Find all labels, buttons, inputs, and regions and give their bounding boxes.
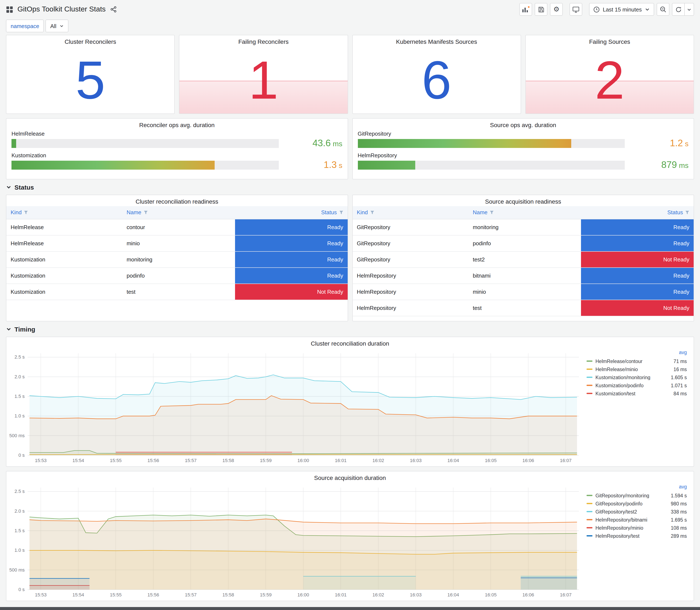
stat-panel-kubernetes-manifests-sources: Kubernetes Manifests Sources 6 <box>352 35 521 114</box>
svg-text:2.0 s: 2.0 s <box>14 374 25 380</box>
legend-series-name: GitRepository/test2 <box>596 509 667 514</box>
table-row: GitRepository test2 Not Ready <box>353 251 694 267</box>
svg-text:1.0 s: 1.0 s <box>14 547 25 553</box>
gauge-panel-source-ops: Source ops avg. duration GitRepository 1… <box>352 118 694 179</box>
zoom-out-button[interactable] <box>657 3 669 16</box>
filter-icon[interactable] <box>490 210 494 215</box>
legend-avg-header[interactable]: avg <box>587 350 687 357</box>
panel-title[interactable]: Source ops avg. duration <box>353 118 694 130</box>
panel-title[interactable]: Cluster reconciliation readiness <box>6 195 347 206</box>
cell-name: minio <box>123 235 235 251</box>
panel-title[interactable]: Cluster Reconcilers <box>6 35 175 46</box>
svg-text:16:02: 16:02 <box>372 592 384 597</box>
svg-text:16:06: 16:06 <box>522 458 534 463</box>
dashboard-settings-button[interactable]: ⚙ <box>550 3 563 16</box>
stat-value: 6 <box>353 46 521 113</box>
legend-avg-value: 1.071 s <box>671 383 687 388</box>
legend-item[interactable]: GitRepository/podinfo 980 ms <box>587 499 687 508</box>
svg-text:15:54: 15:54 <box>72 458 84 463</box>
legend-item[interactable]: HelmRepository/test 289 ms <box>587 532 687 540</box>
refresh-button[interactable] <box>672 3 685 16</box>
panel-title[interactable]: Failing Sources <box>526 35 694 46</box>
cycle-view-mode-button[interactable] <box>570 3 582 16</box>
filter-icon[interactable] <box>339 210 343 215</box>
variable-value-dropdown[interactable]: All <box>46 19 68 32</box>
legend-item[interactable]: HelmRelease/minio 16 ms <box>587 365 687 373</box>
filter-icon[interactable] <box>685 210 689 215</box>
cell-status: Ready <box>235 235 347 251</box>
legend-avg-value: 289 ms <box>671 533 687 539</box>
column-header-status[interactable]: Status <box>235 206 347 219</box>
cell-status: Ready <box>235 267 347 284</box>
bottom-scrollbar[interactable] <box>0 607 700 610</box>
legend-avg-value: 84 ms <box>673 391 687 396</box>
svg-text:16:00: 16:00 <box>297 592 309 597</box>
filter-icon[interactable] <box>24 210 28 215</box>
series-color-dash <box>587 360 592 362</box>
column-header-kind[interactable]: Kind <box>6 206 123 219</box>
legend-item[interactable]: GitRepository/monitoring 1.594 s <box>587 492 687 499</box>
refresh-interval-dropdown[interactable] <box>685 3 694 16</box>
column-header-kind[interactable]: Kind <box>353 206 469 219</box>
svg-text:15:55: 15:55 <box>110 592 121 597</box>
panel-title[interactable]: Source acquisition readiness <box>353 195 694 206</box>
column-header-name[interactable]: Name <box>469 206 581 219</box>
legend-item[interactable]: HelmRepository/minio 108 ms <box>587 524 687 532</box>
cell-name: monitoring <box>123 251 235 267</box>
column-header-name[interactable]: Name <box>123 206 235 219</box>
legend-item[interactable]: HelmRepository/bitnami 1.695 s <box>587 516 687 524</box>
time-range-picker[interactable]: Last 15 minutes <box>589 3 654 16</box>
legend-item[interactable]: Kustomization/test 84 ms <box>587 389 687 398</box>
legend-item[interactable]: GitRepository/test2 338 ms <box>587 508 687 516</box>
gauge-value: 43.6 ms <box>279 139 342 148</box>
cell-name: contour <box>123 219 235 235</box>
svg-text:16:05: 16:05 <box>485 458 496 463</box>
timeseries-plot-area[interactable]: 15:5315:5415:5515:5615:5715:5815:5916:00… <box>8 483 582 599</box>
gauge-row: HelmRelease 43.6 ms <box>12 130 342 148</box>
cell-status: Ready <box>581 284 694 300</box>
filter-icon[interactable] <box>144 210 148 215</box>
series-color-dash <box>587 527 592 528</box>
zoom-out-icon <box>660 6 666 13</box>
legend-avg-value: 1.605 s <box>671 375 687 380</box>
dashboard: GitOps Toolkit Cluster Stats ⚙ Last 15 m… <box>0 0 700 610</box>
column-header-status[interactable]: Status <box>581 206 694 219</box>
apps-grid-icon[interactable] <box>6 6 13 13</box>
legend-item[interactable]: Kustomization/podinfo 1.071 s <box>587 381 687 389</box>
section-row-status[interactable]: Status <box>6 179 694 195</box>
timeseries-plot[interactable]: 15:5315:5415:5515:5615:5715:5815:5916:00… <box>8 349 582 465</box>
legend-item[interactable]: Kustomization/monitoring 1.605 s <box>587 373 687 381</box>
legend-item[interactable]: HelmRelease/contour 71 ms <box>587 357 687 365</box>
table-row: Kustomization test Not Ready <box>6 284 347 300</box>
filter-icon[interactable] <box>370 210 374 215</box>
monitor-icon <box>572 6 579 13</box>
cell-kind: HelmRepository <box>353 284 469 300</box>
panel-title[interactable]: Kubernetes Manifests Sources <box>353 35 521 46</box>
save-dashboard-button[interactable] <box>535 3 548 16</box>
gauge-fill <box>12 139 16 148</box>
gauge-fill <box>12 161 214 170</box>
section-title: Status <box>14 183 34 191</box>
gauge-label: HelmRelease <box>12 130 342 137</box>
legend-avg-header[interactable]: avg <box>587 484 687 492</box>
panel-title[interactable]: Source acquisition duration <box>6 471 694 482</box>
panel-title[interactable]: Reconciler ops avg. duration <box>6 118 347 130</box>
svg-text:1.0 s: 1.0 s <box>14 413 25 418</box>
chevron-down-icon <box>6 184 12 190</box>
panel-title[interactable]: Failing Reconcilers <box>180 35 348 46</box>
legend-avg-value: 16 ms <box>673 367 687 372</box>
timeseries-plot-area[interactable]: 15:5315:5415:5515:5615:5715:5815:5916:00… <box>8 349 582 465</box>
section-row-timing[interactable]: Timing <box>6 321 694 337</box>
gauge-row: Kustomization 1.3 s <box>12 152 342 170</box>
dashboard-title[interactable]: GitOps Toolkit Cluster Stats <box>17 5 105 14</box>
share-icon[interactable] <box>110 6 117 13</box>
panel-title[interactable]: Cluster reconciliation duration <box>6 337 694 348</box>
table-row: HelmRelease contour Ready <box>6 219 347 235</box>
svg-text:500 ms: 500 ms <box>9 433 25 438</box>
add-panel-button[interactable] <box>519 3 532 16</box>
status-badge: Not Ready <box>581 300 694 316</box>
timeseries-plot[interactable]: 15:5315:5415:5515:5615:5715:5815:5916:00… <box>8 483 582 599</box>
series-color-dash <box>587 369 592 370</box>
legend-series-name: GitRepository/podinfo <box>596 501 667 506</box>
svg-text:15:54: 15:54 <box>72 592 84 597</box>
